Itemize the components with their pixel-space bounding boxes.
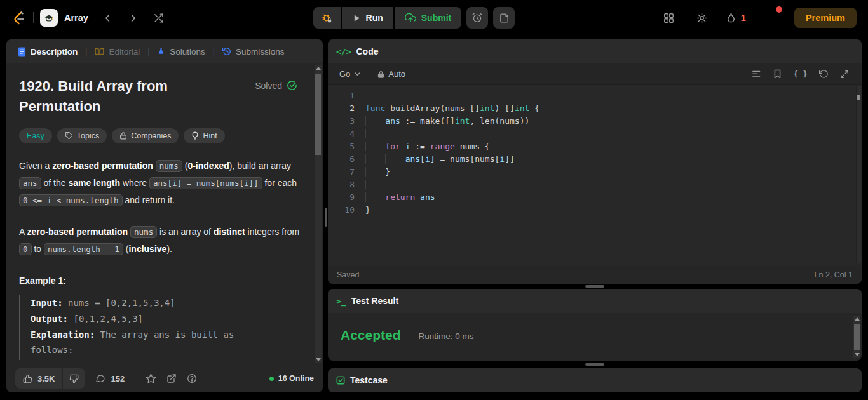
auto-label: Auto — [388, 69, 405, 79]
auto-save-toggle[interactable]: Auto — [377, 69, 405, 79]
problem-paragraph-2: A zero-based permutation nums is an arra… — [19, 223, 306, 258]
editor-toolbar: Go Auto — [328, 63, 862, 85]
debug-button[interactable] — [313, 7, 341, 29]
layout-grid-icon[interactable] — [660, 8, 679, 27]
difficulty-badge[interactable]: Easy — [19, 128, 52, 143]
panel-resize-handle-horizontal[interactable] — [585, 285, 604, 288]
panel-resize-handle-horizontal[interactable] — [585, 363, 604, 366]
hint-label: Hint — [203, 131, 217, 140]
code-line: 5 for i := range nums { — [328, 140, 862, 153]
solved-label: Solved — [255, 81, 282, 91]
description-tabbar: Description | Editorial | Solutions | — [6, 39, 323, 63]
problem-title: 1920. Build Array from Permutation — [19, 76, 222, 117]
editor-scrollbar[interactable] — [856, 86, 861, 263]
premium-button[interactable]: Premium — [794, 8, 857, 28]
favorite-star-icon[interactable] — [146, 373, 156, 384]
hint-badge[interactable]: Hint — [184, 128, 224, 143]
topics-label: Topics — [77, 131, 99, 140]
tab-description-label: Description — [31, 47, 78, 57]
scroll-up-arrow[interactable] — [853, 317, 860, 321]
comments-button[interactable]: 152 — [95, 373, 125, 383]
testcase-header[interactable]: Testcase — [328, 368, 862, 392]
daily-streak[interactable]: 1 — [726, 12, 746, 24]
companies-badge[interactable]: Companies — [112, 128, 179, 143]
tab-divider: | — [146, 47, 151, 56]
tab-solutions[interactable]: Solutions — [152, 43, 210, 60]
terminal-icon: >_ — [336, 297, 346, 306]
tab-divider: | — [84, 47, 88, 56]
explanation-label: Explanation: — [31, 330, 95, 340]
leetcode-logo-icon[interactable] — [11, 10, 27, 25]
comment-icon — [95, 373, 105, 383]
scrollbar-thumb[interactable] — [854, 324, 860, 350]
panel-resize-handle-vertical[interactable] — [325, 208, 327, 227]
description-scrollbar[interactable] — [315, 65, 322, 363]
testcase-panel: Testcase — [328, 368, 862, 392]
code-line: 6 ans[i] = nums[nums[i]] — [328, 153, 862, 166]
language-selector[interactable]: Go — [336, 67, 365, 81]
online-count: 16 Online — [278, 374, 314, 383]
book-icon — [95, 48, 104, 56]
comments-count: 152 — [111, 374, 125, 383]
vote-controls: 3.5K — [15, 368, 85, 389]
code-editor[interactable]: 12func buildArray(nums []int) []int {3 a… — [328, 85, 862, 265]
submit-button[interactable]: Submit — [395, 7, 461, 29]
cloud-upload-icon — [405, 12, 416, 23]
shuffle-icon[interactable] — [149, 8, 168, 27]
next-question-button[interactable] — [124, 8, 143, 27]
scrollbar-thumb[interactable] — [315, 74, 321, 155]
fullscreen-icon[interactable] — [840, 70, 849, 79]
test-result-scrollbar[interactable] — [853, 316, 860, 358]
problem-list-title[interactable]: Array — [64, 13, 88, 23]
dislike-button[interactable] — [63, 368, 85, 389]
scroll-up-arrow[interactable] — [315, 67, 322, 70]
code-panel: </> Code Go Auto — [328, 39, 862, 284]
reset-code-icon[interactable] — [819, 69, 829, 79]
help-icon[interactable] — [187, 373, 197, 383]
like-button[interactable]: 3.5K — [15, 368, 62, 389]
user-avatar[interactable] — [760, 8, 780, 28]
likes-count: 3.5K — [37, 374, 55, 383]
run-label: Run — [366, 13, 383, 23]
code-line: 1 — [328, 90, 862, 102]
scroll-down-arrow[interactable] — [853, 353, 860, 356]
runtime-label: Runtime: 0 ms — [419, 331, 474, 341]
format-code-icon[interactable] — [752, 70, 762, 79]
problem-badges: Easy Topics Companies — [19, 128, 306, 143]
output-value: [0,1,2,4,5,3] — [73, 314, 143, 324]
chevron-down-icon — [354, 70, 361, 77]
save-status: Saved — [337, 270, 359, 279]
result-status[interactable]: Accepted — [341, 328, 401, 343]
code-line: 4 — [328, 128, 862, 140]
tab-editorial[interactable]: Editorial — [90, 43, 145, 60]
notes-button[interactable] — [493, 7, 515, 29]
settings-gear-icon[interactable] — [693, 8, 712, 27]
history-clock-icon — [222, 47, 231, 56]
share-icon[interactable] — [166, 373, 177, 383]
streak-count: 1 — [741, 13, 746, 23]
problem-description-content: 1920. Build Array from Permutation Solve… — [6, 63, 323, 364]
bookmark-icon[interactable] — [773, 69, 782, 79]
test-result-header[interactable]: >_ Test Result — [328, 289, 862, 313]
cursor-position[interactable]: Ln 2, Col 1 — [815, 270, 853, 279]
tab-description[interactable]: Description — [13, 43, 83, 60]
debug-bug-icon — [321, 12, 333, 24]
tag-icon — [65, 131, 73, 140]
run-button[interactable]: Run — [342, 7, 393, 29]
timer-button[interactable] — [466, 7, 488, 29]
prev-question-button[interactable] — [98, 8, 118, 27]
description-panel: Description | Editorial | Solutions | — [6, 39, 323, 392]
study-plan-icon[interactable] — [40, 9, 58, 27]
code-panel-header[interactable]: </> Code — [328, 39, 862, 63]
input-label: Input: — [31, 298, 63, 308]
braces-icon[interactable]: { } — [793, 69, 808, 79]
panel-resize-gap — [328, 361, 862, 368]
topics-badge[interactable]: Topics — [57, 128, 107, 143]
scroll-down-arrow[interactable] — [315, 358, 322, 361]
scrollbar-thumb[interactable] — [857, 95, 860, 100]
flame-icon — [726, 12, 736, 24]
example-1-block: Input: nums = [0,2,1,5,3,4] Output: [0,1… — [19, 295, 271, 359]
testcase-title: Testcase — [350, 375, 388, 385]
tab-submissions[interactable]: Submissions — [217, 43, 290, 60]
code-lines: 12func buildArray(nums []int) []int {3 a… — [328, 90, 862, 217]
